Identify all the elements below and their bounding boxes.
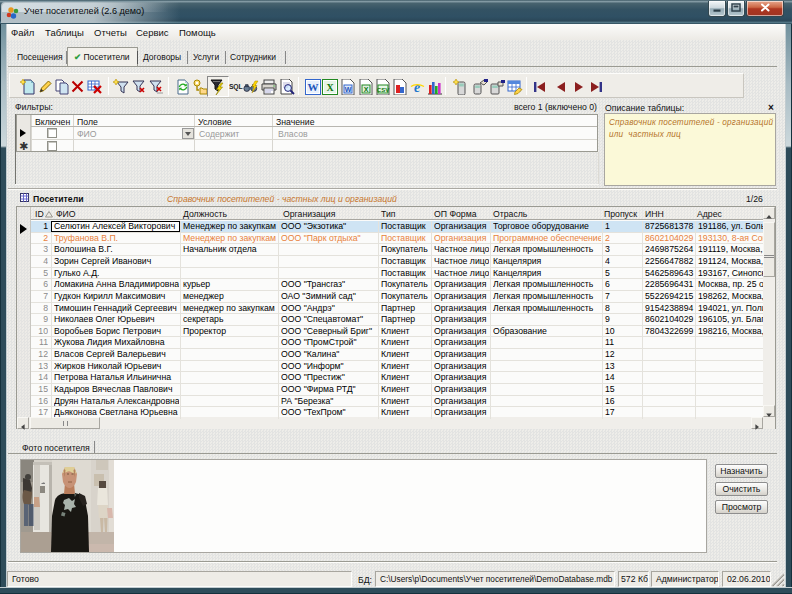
svg-text:X: X bbox=[326, 82, 334, 93]
svg-text:X: X bbox=[364, 86, 369, 93]
svg-text:CSV: CSV bbox=[377, 87, 389, 93]
svg-text:e: e bbox=[414, 80, 420, 95]
svg-text:W: W bbox=[308, 81, 319, 93]
svg-text:W: W bbox=[345, 86, 352, 93]
